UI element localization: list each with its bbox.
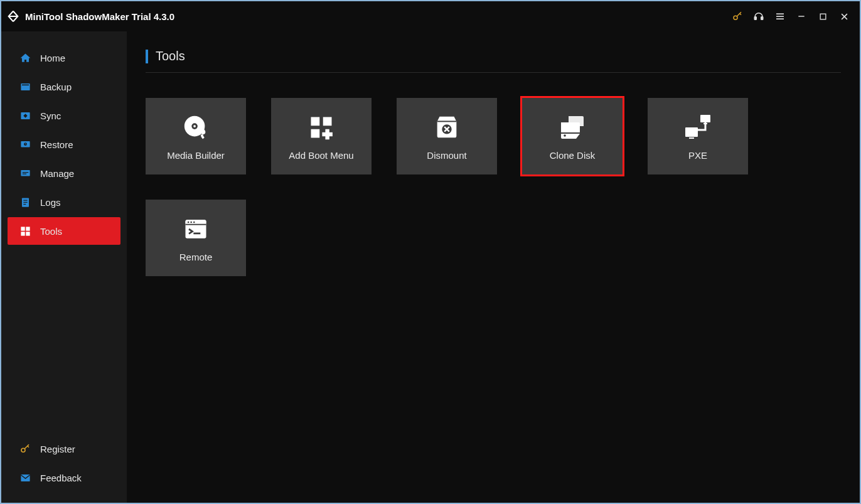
sidebar-item-tools[interactable]: Tools bbox=[8, 217, 120, 245]
sidebar-item-logs[interactable]: Logs bbox=[8, 188, 120, 216]
terminal-icon bbox=[181, 214, 211, 244]
sidebar-item-label: Feedback bbox=[40, 473, 82, 483]
svg-rect-15 bbox=[21, 169, 29, 176]
svg-rect-16 bbox=[22, 172, 28, 173]
sidebar-item-label: Register bbox=[40, 444, 75, 454]
headset-icon[interactable] bbox=[748, 6, 769, 27]
svg-rect-32 bbox=[323, 117, 332, 126]
svg-point-47 bbox=[188, 221, 190, 223]
tile-label: Remote bbox=[179, 252, 213, 262]
sidebar: Home Backup Sync Restore bbox=[1, 31, 127, 503]
svg-rect-2 bbox=[761, 17, 763, 20]
svg-rect-24 bbox=[21, 232, 24, 235]
home-icon bbox=[19, 51, 31, 64]
svg-rect-50 bbox=[193, 232, 200, 234]
tools-icon bbox=[19, 225, 31, 237]
tiles-grid: Media Builder Add Boot Menu Dismount bbox=[146, 98, 841, 276]
tile-add-boot-menu[interactable]: Add Boot Menu bbox=[271, 98, 372, 174]
svg-rect-4 bbox=[776, 16, 784, 17]
sidebar-item-feedback[interactable]: Feedback bbox=[8, 464, 120, 491]
svg-rect-5 bbox=[776, 18, 784, 19]
tile-label: Add Boot Menu bbox=[289, 150, 353, 161]
backup-icon bbox=[19, 80, 31, 93]
key-icon[interactable] bbox=[727, 6, 748, 27]
sidebar-item-backup[interactable]: Backup bbox=[8, 73, 120, 100]
sidebar-item-home[interactable]: Home bbox=[8, 44, 120, 72]
svg-rect-17 bbox=[22, 173, 26, 174]
svg-rect-1 bbox=[754, 17, 756, 20]
svg-rect-7 bbox=[820, 14, 826, 19]
app-logo-icon bbox=[6, 9, 20, 23]
svg-rect-22 bbox=[21, 227, 24, 230]
grid-plus-icon bbox=[306, 112, 336, 142]
svg-point-49 bbox=[193, 221, 195, 223]
sidebar-item-label: Sync bbox=[40, 110, 61, 121]
sidebar-item-restore[interactable]: Restore bbox=[8, 131, 120, 158]
sidebar-item-label: Tools bbox=[40, 226, 62, 237]
sidebar-item-label: Restore bbox=[40, 139, 73, 150]
svg-rect-11 bbox=[21, 84, 28, 85]
app-body: Home Backup Sync Restore bbox=[1, 31, 860, 503]
sidebar-item-label: Backup bbox=[40, 82, 72, 92]
svg-point-39 bbox=[564, 134, 566, 137]
svg-rect-35 bbox=[322, 132, 333, 136]
key-icon bbox=[19, 442, 31, 455]
svg-point-30 bbox=[193, 125, 196, 127]
tile-remote[interactable]: Remote bbox=[146, 200, 246, 276]
svg-rect-33 bbox=[311, 129, 320, 137]
header-accent-bar bbox=[146, 50, 148, 63]
tile-clone-disk[interactable]: Clone Disk bbox=[522, 98, 623, 174]
maximize-button[interactable] bbox=[812, 6, 833, 27]
close-button[interactable] bbox=[833, 6, 855, 27]
tile-label: Dismount bbox=[427, 150, 466, 161]
page-header: Tools bbox=[146, 49, 841, 73]
app-window: MiniTool ShadowMaker Trial 4.3.0 Hom bbox=[1, 1, 860, 503]
sync-icon bbox=[19, 109, 31, 122]
app-title: MiniTool ShadowMaker Trial 4.3.0 bbox=[25, 11, 174, 22]
network-icon bbox=[683, 112, 713, 142]
sidebar-item-label: Manage bbox=[40, 168, 74, 179]
tile-label: Clone Disk bbox=[550, 150, 596, 161]
svg-rect-42 bbox=[685, 127, 698, 137]
minimize-button[interactable] bbox=[791, 6, 812, 27]
svg-rect-21 bbox=[23, 203, 26, 204]
tile-dismount[interactable]: Dismount bbox=[397, 98, 497, 174]
tile-media-builder[interactable]: Media Builder bbox=[146, 98, 246, 174]
svg-rect-40 bbox=[700, 115, 710, 122]
clone-disk-icon bbox=[557, 112, 587, 142]
manage-icon bbox=[19, 167, 31, 180]
tile-label: PXE bbox=[688, 150, 707, 161]
svg-point-48 bbox=[190, 221, 192, 223]
svg-point-0 bbox=[734, 16, 737, 19]
sidebar-item-register[interactable]: Register bbox=[8, 435, 120, 463]
svg-rect-31 bbox=[311, 117, 320, 126]
svg-rect-43 bbox=[689, 137, 694, 139]
sidebar-item-manage[interactable]: Manage bbox=[8, 159, 120, 187]
svg-rect-25 bbox=[26, 232, 29, 235]
sidebar-item-label: Home bbox=[40, 53, 65, 63]
main-content: Tools Media Builder Add Boot Menu bbox=[127, 31, 860, 503]
disc-icon bbox=[181, 112, 211, 142]
svg-rect-20 bbox=[23, 201, 27, 202]
svg-rect-36 bbox=[437, 121, 457, 122]
box-x-icon bbox=[432, 112, 462, 142]
tile-label: Media Builder bbox=[167, 150, 225, 161]
svg-rect-38 bbox=[561, 132, 580, 134]
menu-icon[interactable] bbox=[769, 6, 791, 27]
page-title: Tools bbox=[156, 49, 185, 63]
svg-rect-3 bbox=[776, 13, 784, 14]
sidebar-item-sync[interactable]: Sync bbox=[8, 102, 120, 129]
svg-rect-23 bbox=[26, 227, 29, 230]
tile-pxe[interactable]: PXE bbox=[648, 98, 748, 174]
mail-icon bbox=[19, 471, 31, 484]
logs-icon bbox=[19, 196, 31, 208]
restore-icon bbox=[19, 138, 31, 151]
svg-rect-19 bbox=[23, 200, 27, 200]
svg-rect-46 bbox=[186, 223, 206, 225]
sidebar-item-label: Logs bbox=[40, 197, 61, 208]
svg-point-26 bbox=[21, 448, 25, 452]
titlebar: MiniTool ShadowMaker Trial 4.3.0 bbox=[1, 1, 860, 31]
